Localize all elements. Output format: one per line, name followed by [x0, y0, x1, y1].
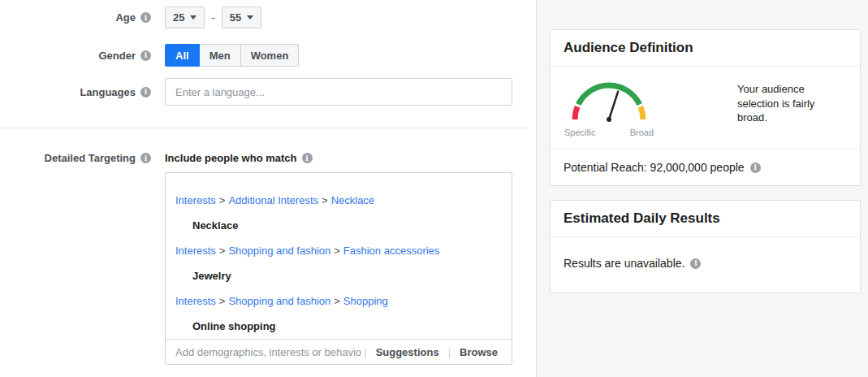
targeting-path-link[interactable]: Necklace: [331, 194, 374, 206]
include-group: Include people who match: [165, 152, 313, 164]
vertical-separator: |: [362, 346, 368, 358]
info-icon[interactable]: [690, 258, 701, 269]
targeting-path-link[interactable]: Fashion accessories: [343, 245, 440, 257]
languages-controls: [165, 78, 512, 106]
path-separator: >: [334, 245, 340, 257]
languages-row: Languages: [0, 78, 512, 106]
vertical-separator: |: [447, 346, 452, 358]
path-separator: >: [334, 295, 340, 307]
audience-definition-card: Audience Definition Specific Broad Your …: [550, 29, 861, 186]
audience-gauge: Specific Broad: [564, 77, 654, 137]
targeting-path-link[interactable]: Interests: [175, 245, 216, 257]
targeting-value: Jewelry: [166, 263, 512, 288]
suggestions-button[interactable]: Suggestions: [369, 346, 447, 358]
detailed-targeting-box: Interests>Additional Interests>Necklace …: [165, 172, 512, 365]
gender-label: Gender: [98, 50, 136, 62]
info-icon[interactable]: [750, 162, 761, 173]
path-separator: >: [219, 245, 226, 257]
detailed-targeting-row: Detailed Targeting Include people who ma…: [0, 152, 313, 164]
age-range-separator: -: [211, 11, 214, 24]
targeting-value: Necklace: [166, 213, 512, 238]
include-label-group: Include people who match: [165, 152, 313, 164]
path-separator: >: [219, 295, 226, 307]
age-from-dropdown[interactable]: 25: [165, 6, 205, 28]
gender-option-men[interactable]: Men: [199, 44, 241, 67]
info-icon[interactable]: [302, 153, 313, 163]
gauge-specific-label: Specific: [564, 128, 596, 137]
estimated-daily-results-body: Results are unavailable.: [551, 237, 860, 292]
add-targeting-row: | Suggestions | Browse: [166, 339, 512, 364]
estimated-daily-results-title: Estimated Daily Results: [551, 201, 860, 237]
potential-reach-row: Potential Reach: 92,000,000 people: [551, 149, 860, 185]
targeting-value: Online shopping: [166, 314, 512, 339]
targeting-path: Interests>Shopping and fashion>Shopping: [166, 288, 512, 314]
detailed-targeting-label-group: Detailed Targeting: [0, 152, 151, 164]
include-label: Include people who match: [165, 152, 297, 164]
section-divider: [0, 128, 526, 128]
targeting-path-link[interactable]: Shopping and fashion: [228, 295, 330, 307]
age-label: Age: [115, 11, 136, 24]
targeting-path: Interests>Additional Interests>Necklace: [166, 188, 512, 213]
audience-description: Your audience selection is fairly broad.: [737, 77, 847, 137]
targeting-path: Interests>Shopping and fashion>Fashion a…: [166, 238, 512, 263]
gender-row: Gender All Men Women: [0, 44, 299, 67]
estimated-daily-results-card: Estimated Daily Results Results are unav…: [550, 200, 861, 293]
targeting-form: Age 25 - 55 Gender All Men Women: [0, 0, 536, 377]
browse-button[interactable]: Browse: [452, 346, 505, 358]
audience-gauge-icon: [564, 77, 654, 124]
potential-reach-text: Potential Reach: 92,000,000 people: [564, 161, 745, 174]
gender-label-group: Gender: [0, 50, 151, 62]
gender-option-women[interactable]: Women: [240, 44, 300, 67]
info-icon[interactable]: [140, 87, 151, 98]
path-separator: >: [322, 194, 328, 206]
age-controls: 25 - 55: [165, 6, 261, 28]
gender-segmented-control: All Men Women: [165, 44, 299, 67]
age-from-value: 25: [173, 11, 184, 24]
age-label-group: Age: [0, 11, 151, 24]
targeting-path-link[interactable]: Shopping and fashion: [228, 245, 330, 257]
languages-label-group: Languages: [0, 86, 151, 98]
caret-down-icon: [190, 15, 196, 20]
targeting-entries: Interests>Additional Interests>Necklace …: [166, 173, 512, 339]
audience-definition-body: Specific Broad Your audience selection i…: [551, 67, 860, 149]
results-unavailable-text: Results are unavailable.: [564, 257, 684, 270]
targeting-path-link[interactable]: Additional Interests: [228, 194, 318, 206]
targeting-path-link[interactable]: Interests: [175, 295, 216, 307]
gender-controls: All Men Women: [165, 44, 299, 67]
languages-input[interactable]: [165, 78, 512, 106]
info-icon[interactable]: [140, 12, 151, 23]
path-separator: >: [219, 194, 226, 206]
languages-label: Languages: [80, 86, 136, 98]
add-targeting-input[interactable]: [166, 340, 362, 364]
gender-option-all[interactable]: All: [165, 44, 200, 67]
gauge-labels: Specific Broad: [564, 127, 654, 137]
detailed-targeting-label: Detailed Targeting: [45, 152, 136, 164]
gauge-broad-label: Broad: [630, 128, 654, 137]
caret-down-icon: [247, 15, 253, 20]
targeting-path-link[interactable]: Shopping: [343, 295, 388, 307]
age-row: Age 25 - 55: [0, 6, 261, 28]
age-to-dropdown[interactable]: 55: [222, 6, 261, 28]
info-icon[interactable]: [140, 50, 151, 61]
summary-panel: Audience Definition Specific Broad Your …: [536, 0, 868, 377]
age-to-value: 55: [230, 11, 241, 24]
audience-definition-title: Audience Definition: [551, 30, 860, 67]
targeting-path-link[interactable]: Interests: [175, 194, 216, 206]
info-icon[interactable]: [140, 153, 151, 163]
